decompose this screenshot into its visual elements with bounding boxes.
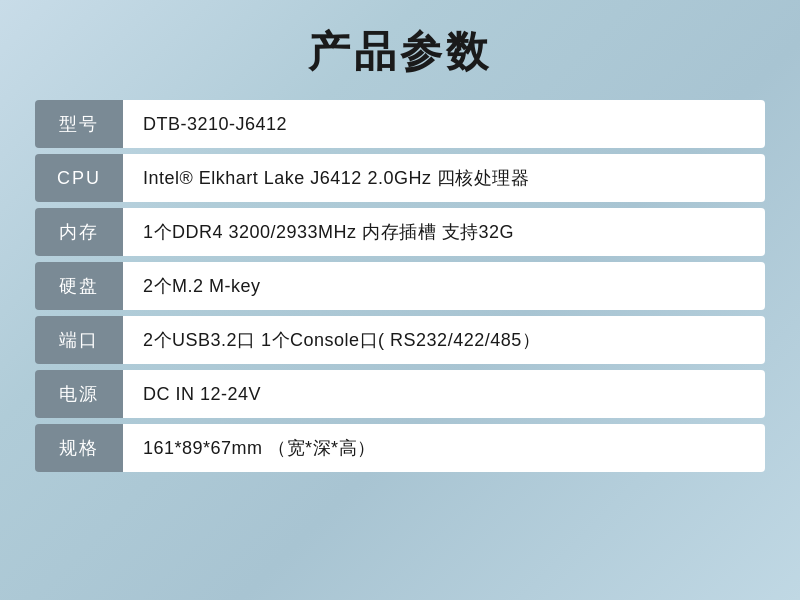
table-row-memory: 内存1个DDR4 3200/2933MHz 内存插槽 支持32G: [35, 208, 765, 256]
label-model: 型号: [35, 100, 123, 148]
specs-table: 型号DTB-3210-J6412CPUIntel® Elkhart Lake J…: [35, 100, 765, 478]
label-dimensions: 规格: [35, 424, 123, 472]
table-row-model: 型号DTB-3210-J6412: [35, 100, 765, 148]
page-title: 产品参数: [308, 24, 492, 80]
label-cpu: CPU: [35, 154, 123, 202]
value-memory: 1个DDR4 3200/2933MHz 内存插槽 支持32G: [123, 208, 765, 256]
label-storage: 硬盘: [35, 262, 123, 310]
value-storage: 2个M.2 M-key: [123, 262, 765, 310]
value-cpu: Intel® Elkhart Lake J6412 2.0GHz 四核处理器: [123, 154, 765, 202]
table-row-storage: 硬盘2个M.2 M-key: [35, 262, 765, 310]
table-row-dimensions: 规格161*89*67mm （宽*深*高）: [35, 424, 765, 472]
table-row-power: 电源DC IN 12-24V: [35, 370, 765, 418]
value-model: DTB-3210-J6412: [123, 100, 765, 148]
value-ports: 2个USB3.2口 1个Console口( RS232/422/485）: [123, 316, 765, 364]
table-row-cpu: CPUIntel® Elkhart Lake J6412 2.0GHz 四核处理…: [35, 154, 765, 202]
label-memory: 内存: [35, 208, 123, 256]
value-power: DC IN 12-24V: [123, 370, 765, 418]
label-power: 电源: [35, 370, 123, 418]
table-row-ports: 端口2个USB3.2口 1个Console口( RS232/422/485）: [35, 316, 765, 364]
value-dimensions: 161*89*67mm （宽*深*高）: [123, 424, 765, 472]
label-ports: 端口: [35, 316, 123, 364]
